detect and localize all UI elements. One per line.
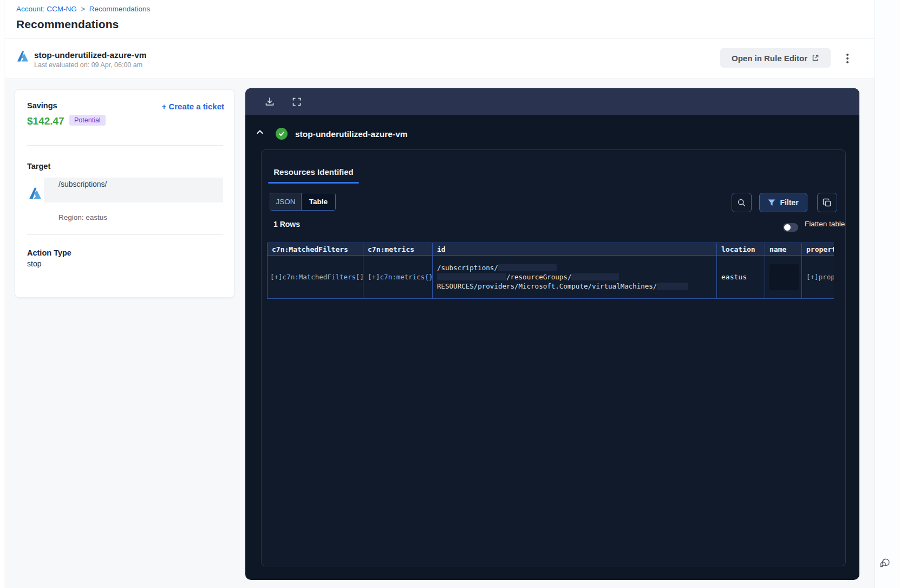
- table-header-row: c7n:MatchedFilters c7n:metrics id locati…: [268, 243, 834, 255]
- flatten-table-toggle[interactable]: [783, 223, 798, 232]
- view-table-segment[interactable]: Table: [302, 193, 335, 210]
- target-path: /subscriptions/: [58, 180, 107, 188]
- left-rail: [0, 0, 4, 588]
- subheader-divider: [5, 79, 875, 79]
- potential-badge: Potential: [69, 115, 106, 126]
- column-header-name: name: [765, 243, 802, 255]
- cell-metrics-expander[interactable]: [+]c7n:metrics{}: [363, 256, 433, 298]
- page-title: Recommendations: [16, 18, 119, 31]
- collapse-section-button[interactable]: [256, 128, 264, 136]
- resource-id-line-1: /subscriptions/: [437, 263, 498, 272]
- cell-matched-filters-expander[interactable]: [+]c7n:MatchedFilters[]: [268, 256, 363, 298]
- search-button[interactable]: [732, 193, 752, 212]
- cell-location: eastus: [717, 256, 765, 298]
- tab-active-indicator: [268, 182, 359, 184]
- table-row: [+]c7n:MatchedFilters[] [+]c7n:metrics{}…: [268, 255, 834, 298]
- redaction-block: [769, 264, 799, 290]
- cell-name: [765, 256, 802, 298]
- resource-id-line-3: RESOURCES/providers/Microsoft.Compute/vi…: [437, 282, 657, 291]
- redaction-block: [657, 283, 688, 290]
- breadcrumb-account-link[interactable]: Account: CCM-NG: [16, 5, 77, 13]
- rule-name: stop-underutilized-azure-vm: [34, 50, 147, 60]
- azure-target-icon: [28, 186, 42, 200]
- recommendations-page: Account: CCM-NG > Recommendations Recomm…: [0, 0, 900, 588]
- target-rows: /subscriptions/: [44, 178, 223, 202]
- savings-card: Savings + Create a ticket $142.47 Potent…: [15, 89, 234, 298]
- success-check-icon: [276, 128, 288, 140]
- target-path-row: /subscriptions/: [44, 178, 223, 190]
- redaction-block: [437, 273, 506, 280]
- action-type-label: Action Type: [27, 249, 71, 257]
- column-header-location: location: [717, 243, 765, 255]
- view-mode-segmented-control: JSON Table: [270, 193, 336, 211]
- breadcrumb: Account: CCM-NG > Recommendations: [16, 5, 150, 13]
- column-header-id: id: [433, 243, 717, 255]
- savings-label: Savings: [27, 101, 57, 110]
- savings-amount: $142.47: [27, 115, 64, 127]
- target-label: Target: [27, 162, 50, 171]
- rule-last-evaluated: Last evaluated on: 09 Apr, 06:00 am: [34, 61, 142, 69]
- rows-count: 1 Rows: [273, 220, 300, 228]
- download-button[interactable]: [264, 96, 276, 108]
- redaction-block: [498, 264, 557, 271]
- copy-button[interactable]: [817, 193, 837, 212]
- filter-label: Filter: [780, 198, 798, 207]
- card-divider: [27, 145, 223, 146]
- help-chat-button[interactable]: [878, 557, 892, 571]
- results-toolbar: [245, 88, 859, 115]
- column-header-metrics: c7n:metrics: [363, 243, 433, 255]
- rule-options-menu-button[interactable]: [841, 51, 854, 66]
- chevron-up-icon: [256, 128, 264, 136]
- target-region: Region: eastus: [58, 213, 107, 221]
- fullscreen-button[interactable]: [291, 96, 303, 108]
- column-header-properties: properties: [802, 243, 834, 255]
- cell-resource-id: /subscriptions/ /resourceGroups/ RESOURC…: [433, 256, 717, 298]
- column-header-matched-filters: c7n:MatchedFilters: [268, 243, 363, 255]
- download-icon: [264, 96, 275, 107]
- search-icon: [737, 198, 746, 207]
- view-json-segment[interactable]: JSON: [270, 193, 302, 210]
- action-type-value: stop: [27, 259, 41, 268]
- copy-icon: [823, 198, 832, 207]
- open-in-rule-editor-button[interactable]: Open in Rule Editor: [720, 48, 831, 68]
- chat-bubbles-icon: [878, 557, 892, 571]
- filter-button[interactable]: Filter: [759, 193, 807, 212]
- target-redacted-row: [44, 190, 223, 202]
- tab-resources-identified[interactable]: Resources Identified: [268, 160, 359, 183]
- breadcrumb-separator: >: [81, 5, 85, 13]
- filter-icon: [768, 199, 775, 206]
- resources-container: [261, 149, 846, 566]
- open-in-rule-editor-label: Open in Rule Editor: [732, 54, 807, 63]
- flatten-table-label: Flatten table: [805, 220, 845, 228]
- azure-icon: [16, 50, 29, 63]
- cell-properties-expander[interactable]: [+]properties{}: [802, 256, 834, 298]
- card-divider-2: [27, 234, 223, 235]
- resource-id-line-2: /resourceGroups/: [506, 272, 571, 282]
- external-link-icon: [812, 54, 819, 62]
- fullscreen-icon: [292, 97, 302, 107]
- resources-table: c7n:MatchedFilters c7n:metrics id locati…: [267, 243, 834, 299]
- panel-rule-title: stop-underutilized-azure-vm: [295, 129, 408, 139]
- right-gutter: [875, 0, 900, 588]
- breadcrumb-current-link[interactable]: Recommendations: [89, 5, 151, 13]
- create-ticket-button[interactable]: + Create a ticket: [162, 102, 224, 111]
- redaction-block: [571, 273, 619, 280]
- header-divider: [5, 38, 875, 38]
